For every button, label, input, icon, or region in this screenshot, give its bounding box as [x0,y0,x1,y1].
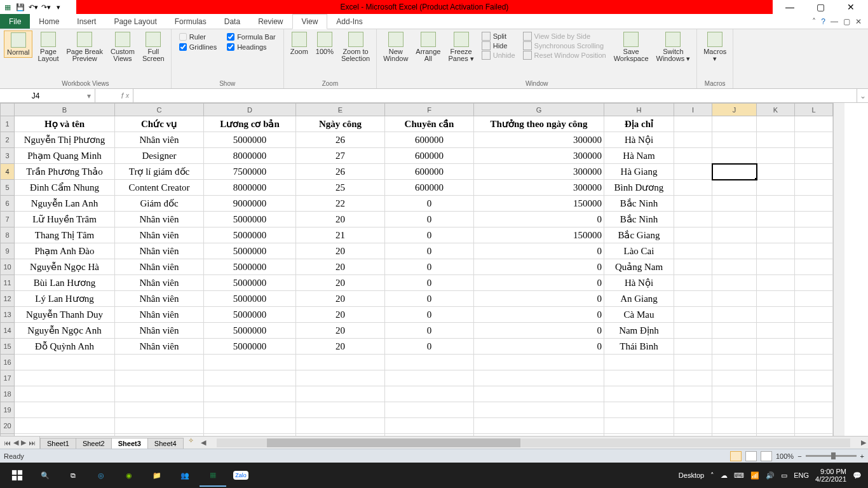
cell[interactable] [604,355,674,370]
cell-K12[interactable] [757,291,795,307]
cell-K9[interactable] [757,243,795,259]
ruler-checkbox[interactable]: Ruler [179,33,217,41]
cell-K13[interactable] [757,307,795,323]
cell[interactable] [385,418,474,434]
cell[interactable] [757,386,795,402]
cell-I9[interactable] [674,243,712,259]
cell[interactable]: 0 [474,212,604,227]
cell[interactable] [474,386,604,402]
cell-K6[interactable] [757,196,795,212]
cell-I11[interactable] [674,275,712,291]
sheet-prev-icon[interactable]: ◀ [13,438,18,447]
row-header-10[interactable]: 10 [1,259,15,275]
cell[interactable] [712,386,757,402]
cell[interactable]: 0 [385,227,474,243]
cell[interactable]: 9000000 [204,196,296,212]
cell[interactable]: Lý Lan Hương [15,291,115,307]
zoom-selection-button[interactable]: Zoom to Selection [339,30,372,64]
tab-addins[interactable]: Add-Ins [327,14,371,29]
tray-wifi-icon[interactable]: 📶 [750,471,759,480]
cell[interactable] [474,370,604,386]
cell[interactable]: Nguyễn Lan Anh [15,196,115,212]
row-header-14[interactable]: 14 [1,323,15,339]
cell-J13[interactable] [712,307,757,323]
col-header-I[interactable]: I [674,104,712,116]
cell[interactable] [604,418,674,434]
normal-button[interactable]: Normal [4,30,32,58]
cell-I6[interactable] [674,196,712,212]
row-header-5[interactable]: 5 [1,180,15,196]
tray-volume-icon[interactable]: 🔊 [766,471,775,480]
new-sheet-icon[interactable]: ✧ [183,437,199,449]
cell[interactable]: 5000000 [204,307,296,323]
cell-J11[interactable] [712,275,757,291]
cell[interactable]: Trần Phương Thảo [15,164,115,180]
tray-cloud-icon[interactable]: ☁ [721,471,728,480]
cell-L13[interactable] [795,307,833,323]
col-header-H[interactable]: H [604,104,674,116]
cell[interactable]: 20 [296,275,385,291]
cell-L4[interactable] [795,164,833,180]
cell[interactable] [795,116,833,132]
cell[interactable] [115,402,204,418]
cell[interactable]: Bình Dương [604,180,674,196]
cell-L11[interactable] [795,275,833,291]
cell-L12[interactable] [795,291,833,307]
cell[interactable]: 20 [296,323,385,339]
cell[interactable]: 0 [385,307,474,323]
cell[interactable] [795,370,833,386]
cell[interactable] [296,370,385,386]
gridlines-checkbox[interactable]: Gridlines [179,43,217,51]
cell-I12[interactable] [674,291,712,307]
cell[interactable]: 600000 [385,148,474,164]
header-cell[interactable]: Chuyên cần [385,116,474,132]
cell-I5[interactable] [674,180,712,196]
cell[interactable]: 5000000 [204,291,296,307]
cell[interactable]: Trợ lí giám đốc [115,164,204,180]
cell[interactable] [604,386,674,402]
custom-views-button[interactable]: Custom Views [108,30,137,64]
formula-bar-expand-icon[interactable]: ⌄ [857,89,868,102]
cell[interactable] [674,116,712,132]
cell[interactable]: Phạm Anh Đào [15,243,115,259]
qat-dropdown-icon[interactable]: ▾ [53,2,64,12]
teams-icon[interactable]: 👥 [172,464,198,487]
cell[interactable]: 600000 [385,164,474,180]
row-header-12[interactable]: 12 [1,291,15,307]
cell[interactable] [115,355,204,370]
doc-close-icon[interactable]: ✕ [855,17,862,26]
cell[interactable]: 26 [296,164,385,180]
cell[interactable]: 0 [385,339,474,355]
cell[interactable]: Nhân viên [115,227,204,243]
tab-review[interactable]: Review [249,14,292,29]
row-header-1[interactable]: 1 [1,116,15,132]
full-screen-button[interactable]: Full Screen [140,30,167,64]
cell[interactable] [712,402,757,418]
cell[interactable] [296,402,385,418]
sheet-tab-sheet1[interactable]: Sheet1 [40,438,76,449]
cell[interactable] [15,386,115,402]
cell[interactable]: Nguyễn Thanh Duy [15,307,115,323]
cell-J8[interactable] [712,227,757,243]
cell-K3[interactable] [757,148,795,164]
cell-L6[interactable] [795,196,833,212]
cell[interactable]: 20 [296,243,385,259]
cell[interactable]: Quảng Nam [604,259,674,275]
cell-J6[interactable] [712,196,757,212]
row-header-4[interactable]: 4 [1,164,15,180]
cell[interactable]: Nguyễn Thị Phương [15,132,115,148]
page-break-button[interactable]: Page Break Preview [64,30,105,64]
cell[interactable]: 600000 [385,180,474,196]
row-header-15[interactable]: 15 [1,339,15,355]
name-box[interactable]: ▾ [0,89,95,102]
cell-K15[interactable] [757,339,795,355]
cell[interactable]: 25 [296,180,385,196]
search-icon[interactable]: 🔍 [32,464,58,487]
cell[interactable] [795,418,833,434]
cell[interactable]: Nhân viên [115,243,204,259]
row-header-18[interactable]: 18 [1,386,15,402]
cell[interactable]: 300000 [474,164,604,180]
undo-icon[interactable]: ↶▾ [28,2,38,12]
cell[interactable]: 0 [385,291,474,307]
ribbon-minimize-icon[interactable]: ˄ [812,17,816,26]
